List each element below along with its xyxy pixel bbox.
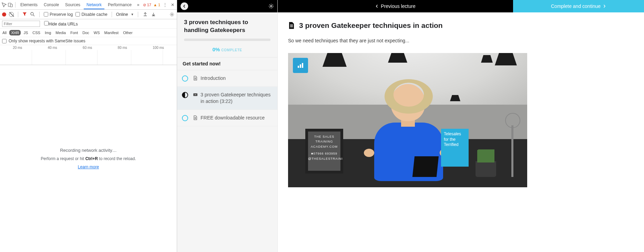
close-devtools-icon[interactable]: ✕ [170, 2, 175, 8]
network-settings-icon[interactable] [169, 12, 175, 17]
svg-rect-1 [10, 4, 12, 7]
search-icon[interactable] [30, 12, 35, 17]
timeline-mark: 80 ms [118, 46, 127, 50]
type-img[interactable]: Img [43, 30, 53, 35]
status-circle-icon [182, 115, 188, 121]
sidebar-topbar [177, 0, 277, 12]
svg-line-3 [33, 15, 34, 16]
learn-more-link[interactable]: Learn more [78, 165, 99, 169]
upload-har-icon[interactable] [142, 12, 148, 17]
filter-toggle-icon[interactable] [22, 12, 27, 17]
network-empty-state: Recording network activity… Perform a re… [0, 65, 177, 252]
devtools-tabbar: Elements Console Sources Network Perform… [0, 0, 177, 10]
download-har-icon[interactable] [151, 12, 156, 17]
status-half-icon [182, 92, 188, 98]
desk-phone [412, 156, 439, 177]
tab-elements[interactable]: Elements [18, 0, 40, 9]
type-doc[interactable]: Doc [81, 30, 91, 35]
lecture-nav: Previous lecture Complete and continue [278, 0, 644, 12]
course-sidebar: 3 proven techniques to handling Gatekeep… [177, 0, 278, 252]
lesson-label: 3 proven Gatekeeper techniques in action… [201, 92, 273, 105]
status-circle-icon [182, 75, 188, 82]
lesson-item-free-resource[interactable]: FREE downloadable resource [177, 110, 277, 126]
filter-input[interactable] [2, 21, 40, 27]
type-xhr[interactable]: XHR [9, 30, 21, 35]
device-toggle-icon[interactable] [8, 2, 13, 8]
network-filter-row: Hide data URLs [0, 19, 177, 29]
lesson-item-techniques-in-action[interactable]: 3 proven Gatekeeper techniques in action… [177, 87, 277, 110]
file-icon [193, 76, 198, 81]
kebab-menu-icon[interactable]: ⋮ [162, 2, 168, 8]
settings-icon[interactable] [268, 3, 274, 9]
book-cover: Telesales for the Terrified [441, 129, 469, 167]
empty-title: Recording network activity… [60, 148, 117, 153]
plant [476, 161, 496, 177]
video-logo%1$%@-badge [293, 58, 308, 73]
video-icon [193, 92, 198, 97]
network-toolbar: Preserve log Disable cache Online ▼ [0, 10, 177, 19]
clear-icon[interactable] [9, 12, 14, 17]
samesite-filter: Only show requests with SameSite issues [0, 37, 177, 45]
lecture-video[interactable]: THE SALES TRAINING ACADEMY.COM ■07966 69… [288, 53, 527, 187]
empty-subtitle: Perform a request or hit Ctrl+R to recor… [41, 156, 136, 161]
previous-lecture-button[interactable]: Previous lecture [278, 0, 513, 12]
lecture-heading: 3 proven Gatekeeper techniques in action [288, 21, 634, 30]
network-timeline[interactable]: 20 ms 40 ms 60 ms 80 ms 100 ms [0, 45, 177, 65]
error-badge[interactable]: ⊘ 17 [143, 2, 151, 7]
chevron-down-icon[interactable]: ▼ [131, 13, 134, 16]
desk-lamp [511, 125, 513, 177]
lesson-label: FREE downloadable resource [201, 115, 265, 121]
svg-point-4 [171, 14, 173, 15]
tab-console[interactable]: Console [41, 0, 62, 9]
file-icon [193, 115, 198, 120]
presenter [360, 85, 453, 181]
type-css[interactable]: CSS [31, 30, 42, 35]
progress-text: 0% COMPLETE [177, 44, 277, 57]
throttling-select[interactable]: Online [116, 12, 128, 17]
document-icon [288, 22, 295, 29]
lecture-paragraph: So we need techniques that they are just… [288, 38, 634, 43]
hide-data-urls-checkbox[interactable]: Hide data URLs [44, 21, 78, 27]
type-js[interactable]: JS [22, 30, 30, 35]
tab-sources[interactable]: Sources [62, 0, 83, 9]
type-manifest[interactable]: Manifest [103, 30, 121, 35]
tab-network[interactable]: Network [84, 0, 104, 9]
type-other[interactable]: Other [121, 30, 134, 35]
samesite-checkbox[interactable]: Only show requests with SameSite issues [2, 39, 175, 43]
svg-point-2 [31, 12, 33, 15]
section-header: Get started now! [177, 57, 277, 70]
lesson-item-introduction[interactable]: Introduction [177, 70, 277, 87]
type-font[interactable]: Font [69, 30, 80, 35]
course-title: 3 proven techniques to handling Gatekeep… [177, 12, 277, 39]
main-content: Previous lecture Complete and continue 3… [278, 0, 644, 252]
warning-badge[interactable]: ▲ 1 [153, 2, 160, 7]
type-ws[interactable]: WS [92, 30, 102, 35]
disable-cache-checkbox[interactable]: Disable cache [75, 12, 107, 17]
letter-board: THE SALES TRAINING ACADEMY.COM ■07966 69… [305, 129, 343, 174]
record-icon[interactable] [2, 12, 6, 17]
type-media[interactable]: Media [54, 30, 68, 35]
svg-point-5 [270, 6, 272, 7]
timeline-mark: 20 ms [13, 46, 22, 50]
timeline-mark: 60 ms [83, 46, 92, 50]
lesson-label: Introduction [201, 75, 226, 82]
timeline-mark: 40 ms [48, 46, 57, 50]
devtools-panel: Elements Console Sources Network Perform… [0, 0, 177, 252]
tab-performance[interactable]: Performance [105, 0, 134, 9]
progress-bar [177, 39, 277, 44]
timeline-mark: 100 ms [153, 46, 164, 50]
inspect-icon[interactable] [1, 2, 7, 8]
complete-continue-button[interactable]: Complete and continue [513, 0, 644, 12]
tabs-overflow-icon[interactable]: » [135, 2, 142, 7]
type-all[interactable]: All [1, 30, 8, 35]
request-type-filter: All XHR JS CSS Img Media Font Doc WS Man… [0, 29, 177, 37]
back-button[interactable] [181, 2, 188, 10]
preserve-log-checkbox[interactable]: Preserve log [44, 12, 73, 17]
